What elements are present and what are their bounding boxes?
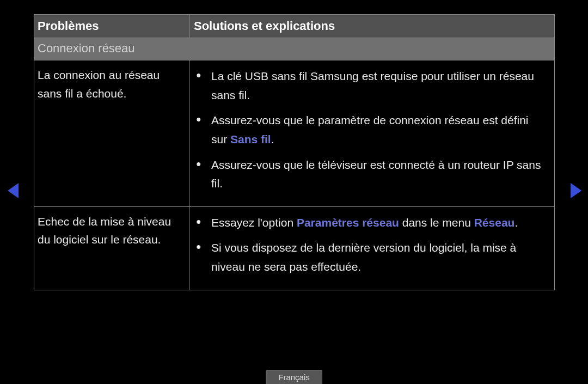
list-item: La clé USB sans fil Samsung est requise … [195, 67, 544, 105]
solution-text: Si vous disposez de la dernière version … [211, 241, 516, 273]
solution-list: Essayez l'option Paramètres réseau dans … [195, 214, 544, 277]
highlight-text: Réseau [474, 216, 515, 229]
list-item: Essayez l'option Paramètres réseau dans … [195, 214, 544, 233]
solution-cell: Essayez l'option Paramètres réseau dans … [189, 207, 554, 290]
list-item: Assurez-vous que le téléviseur est conne… [195, 156, 544, 193]
solution-text: Essayez l'option [211, 216, 297, 229]
chevron-right-icon [571, 183, 581, 198]
chevron-left-icon [8, 183, 19, 198]
prev-page-arrow[interactable] [8, 183, 19, 198]
problem-text: La connexion au réseau sans fil a échoué… [34, 60, 189, 206]
troubleshooting-table: Problèmes Solutions et explications Conn… [34, 14, 555, 290]
table-row: La connexion au réseau sans fil a échoué… [34, 60, 554, 207]
table-header-row: Problèmes Solutions et explications [34, 15, 554, 38]
next-page-arrow[interactable] [571, 183, 581, 198]
solution-text: . [514, 216, 518, 229]
problem-text: Echec de la mise à niveau du logiciel su… [34, 207, 189, 290]
header-solutions: Solutions et explications [189, 15, 554, 38]
solution-list: La clé USB sans fil Samsung est requise … [195, 67, 544, 193]
list-item: Assurez-vous que le paramètre de connexi… [195, 111, 544, 149]
highlight-text: Sans fil [230, 133, 271, 145]
header-problems: Problèmes [34, 15, 189, 38]
solution-cell: La clé USB sans fil Samsung est requise … [189, 60, 554, 206]
language-badge: Français [266, 370, 322, 384]
table-row: Echec de la mise à niveau du logiciel su… [34, 207, 554, 290]
section-title: Connexion réseau [34, 38, 554, 60]
highlight-text: Paramètres réseau [297, 216, 399, 229]
solution-text: . [271, 133, 274, 145]
solution-text: dans le menu [399, 216, 474, 229]
solution-text: Assurez-vous que le téléviseur est conne… [211, 159, 541, 190]
list-item: Si vous disposez de la dernière version … [195, 239, 544, 276]
solution-text: La clé USB sans fil Samsung est requise … [211, 70, 534, 101]
